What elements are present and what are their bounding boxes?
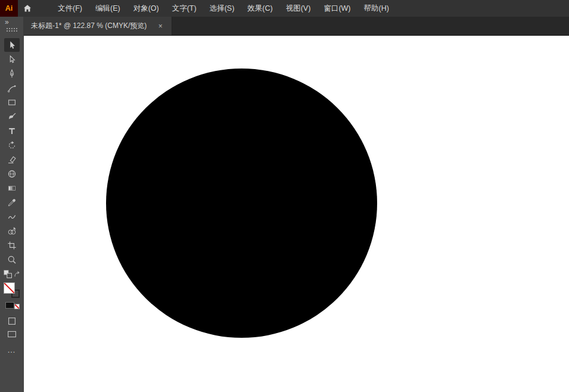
expand-panel-button[interactable]: » [5, 18, 9, 26]
menu-item-edit[interactable]: 编辑(E) [89, 0, 127, 17]
eyedropper-tool[interactable] [4, 195, 20, 209]
screen-mode-button[interactable] [4, 328, 20, 340]
artwork-ellipse[interactable] [106, 69, 377, 338]
type-tool[interactable] [4, 124, 20, 138]
rotate-tool[interactable] [4, 138, 20, 152]
rotate-view-tool[interactable] [4, 167, 20, 181]
swap-fill-stroke-icon[interactable] [14, 271, 20, 278]
home-button[interactable] [18, 0, 37, 17]
menu-bar: Ai 文件(F) 编辑(E) 对象(O) 文字(T) 选择(S) 效果(C) 视… [0, 0, 569, 17]
menu-item-type[interactable]: 文字(T) [166, 0, 203, 17]
default-fill-stroke-icon[interactable] [3, 269, 13, 279]
home-icon [23, 4, 32, 13]
menu-item-file[interactable]: 文件(F) [51, 0, 89, 17]
fill-stroke-controls: … [3, 269, 20, 353]
magnifier-icon [7, 255, 17, 265]
type-T-icon [7, 126, 17, 136]
document-tab-title: 未标题-1* @ 122.87 % (CMYK/预览) [31, 21, 147, 31]
gradient-tool[interactable] [4, 181, 20, 195]
menu-item-select[interactable]: 选择(S) [203, 0, 241, 17]
rectangle-tool[interactable] [4, 95, 20, 109]
curvature-tool[interactable] [4, 81, 20, 95]
edit-toolbar-button[interactable]: … [7, 346, 16, 353]
menu-item-view[interactable]: 视图(V) [279, 0, 318, 17]
curvature-icon [7, 83, 17, 93]
paintbrush-icon [7, 112, 17, 122]
color-swatch-none[interactable] [14, 304, 20, 309]
tool-list [4, 38, 20, 267]
document-tab-bar: 未标题-1* @ 122.87 % (CMYK/预览) × [24, 17, 569, 36]
artboard-tool[interactable] [4, 238, 20, 252]
eyedropper-icon [7, 198, 17, 207]
direct-selection-tool[interactable] [4, 52, 20, 66]
color-type-buttons [4, 301, 20, 310]
shape-builder-icon [7, 226, 17, 236]
selection-tool[interactable] [4, 38, 20, 52]
document-tab[interactable]: 未标题-1* @ 122.87 % (CMYK/预览) × [24, 17, 172, 35]
shape-builder-tool[interactable] [4, 224, 20, 238]
menu-item-effect[interactable]: 效果(C) [241, 0, 279, 17]
artboard-canvas[interactable] [24, 36, 569, 392]
artboard-crop-icon [7, 241, 17, 250]
panel-grip-handle[interactable] [6, 27, 18, 32]
shaper-squiggle-icon [7, 212, 17, 222]
rotate-view-globe-icon [7, 169, 17, 179]
tools-panel-header: » [0, 17, 23, 36]
illustrator-logo-icon: Ai [0, 0, 18, 17]
screen-mode-icon [7, 329, 17, 339]
direct-selection-arrow-icon [7, 55, 17, 64]
pen-nib-icon [7, 69, 17, 79]
fill-stroke-widget [4, 282, 20, 298]
zoom-tool[interactable] [4, 253, 20, 266]
color-swatch-black[interactable] [5, 302, 14, 309]
tab-close-button[interactable]: × [156, 22, 164, 30]
menu-item-object[interactable]: 对象(O) [127, 0, 166, 17]
rectangle-icon [7, 98, 17, 107]
paintbrush-tool[interactable] [4, 110, 20, 123]
draw-mode-button[interactable] [4, 315, 20, 327]
menu-items: 文件(F) 编辑(E) 对象(O) 文字(T) 选择(S) 效果(C) 视图(V… [51, 0, 396, 17]
shaper-tool[interactable] [4, 210, 20, 223]
tools-panel: » [0, 17, 24, 392]
menu-item-window[interactable]: 窗口(W) [317, 0, 357, 17]
rotate-icon [7, 141, 17, 150]
selection-arrow-icon [7, 41, 17, 50]
draw-normal-icon [7, 316, 17, 326]
eraser-icon [7, 155, 17, 164]
gradient-icon [7, 183, 17, 193]
fill-swatch-none[interactable] [4, 282, 15, 294]
pen-tool[interactable] [4, 67, 20, 80]
menu-item-help[interactable]: 帮助(H) [357, 0, 396, 17]
eraser-tool[interactable] [4, 153, 20, 166]
